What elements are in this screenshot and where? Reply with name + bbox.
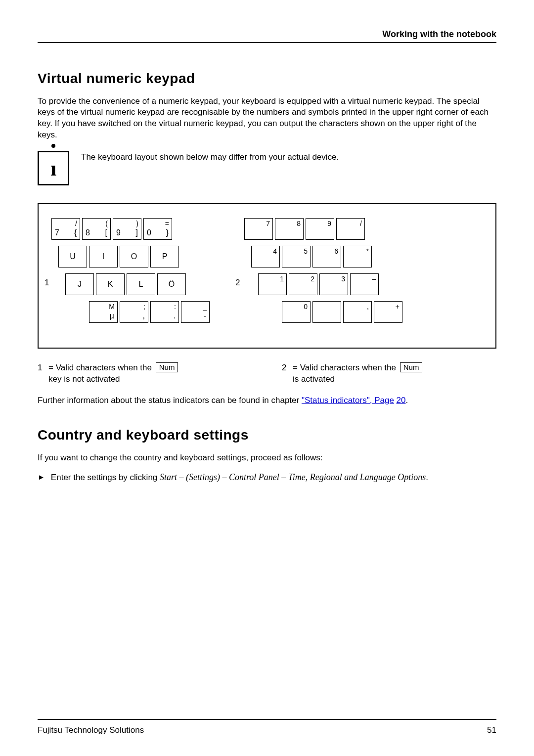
section2-paragraph: If you want to change the country and ke… bbox=[38, 452, 496, 464]
left-key: ;, bbox=[120, 301, 148, 323]
right-key: / bbox=[336, 218, 365, 240]
left-key: P bbox=[150, 246, 179, 267]
legend-item-2: 2 = Valid characters when the Num is act… bbox=[282, 362, 496, 385]
legend: 1 = Valid characters when the Num key is… bbox=[38, 362, 496, 385]
left-key: Mµ bbox=[89, 301, 118, 323]
left-key: (8[ bbox=[82, 218, 111, 240]
left-key: I bbox=[89, 246, 118, 267]
right-key: 4 bbox=[251, 246, 280, 267]
instruction-step: ► Enter the settings by clicking Start –… bbox=[38, 472, 496, 483]
left-key: _- bbox=[181, 301, 210, 323]
left-key: U bbox=[58, 246, 87, 267]
diagram-label-1: 1 bbox=[44, 277, 49, 288]
section1-paragraph: To provide the convenience of a numeric … bbox=[38, 96, 496, 141]
section-heading-virtual-keypad: Virtual numeric keypad bbox=[38, 70, 496, 87]
right-key: , bbox=[343, 301, 372, 323]
page-footer: Fujitsu Technology Solutions 51 bbox=[38, 725, 496, 735]
info-text: The keyboard layout shown below may diff… bbox=[81, 151, 339, 162]
info-icon: i ı bbox=[38, 151, 69, 185]
left-key: J bbox=[65, 273, 94, 295]
legend-item-1: 1 = Valid characters when the Num key is… bbox=[38, 362, 252, 385]
right-key: + bbox=[374, 301, 402, 323]
right-key: 8 bbox=[275, 218, 304, 240]
left-key: Ö bbox=[157, 273, 186, 295]
right-key: 9 bbox=[306, 218, 334, 240]
footer-page-number: 51 bbox=[487, 725, 496, 735]
right-key: * bbox=[343, 246, 372, 267]
section-heading-country-settings: Country and keyboard settings bbox=[38, 426, 496, 444]
page-header: Working with the notebook bbox=[38, 29, 496, 43]
legend-num-2: 2 bbox=[282, 362, 289, 385]
left-key: :. bbox=[150, 301, 179, 323]
left-key: )9] bbox=[113, 218, 141, 240]
header-title: Working with the notebook bbox=[382, 29, 496, 40]
legend-num-1: 1 bbox=[38, 362, 44, 385]
right-key: 2 bbox=[289, 273, 317, 295]
info-box: i ı The keyboard layout shown below may … bbox=[38, 151, 496, 185]
right-key: 6 bbox=[312, 246, 341, 267]
right-key: 3 bbox=[319, 273, 348, 295]
left-key: /7{ bbox=[51, 218, 80, 240]
right-key: 5 bbox=[282, 246, 311, 267]
diagram-label-2: 2 bbox=[235, 277, 240, 288]
step-marker-icon: ► bbox=[38, 472, 45, 482]
right-key: 7 bbox=[244, 218, 273, 240]
right-key bbox=[312, 301, 341, 323]
right-key: 1 bbox=[258, 273, 287, 295]
right-key: 0 bbox=[282, 301, 311, 323]
keypad-diagram: 1 2 /7{(8[)9]=0}UIOPJKLÖMµ;,:._-789/456*… bbox=[38, 203, 496, 349]
left-key: O bbox=[120, 246, 148, 267]
right-key: – bbox=[350, 273, 379, 295]
left-key: =0} bbox=[143, 218, 172, 240]
num-key-label: Num bbox=[156, 362, 178, 372]
left-key: K bbox=[96, 273, 125, 295]
num-key-label: Num bbox=[400, 362, 423, 372]
status-indicators-page-link[interactable]: 20 bbox=[397, 396, 406, 405]
nav-path: Start – (Settings) – Control Panel – Tim… bbox=[160, 472, 426, 482]
footer-company: Fujitsu Technology Solutions bbox=[38, 725, 144, 735]
status-indicators-link[interactable]: "Status indicators", Page bbox=[302, 396, 394, 405]
further-info: Further information about the status ind… bbox=[38, 395, 496, 406]
left-key: L bbox=[127, 273, 155, 295]
